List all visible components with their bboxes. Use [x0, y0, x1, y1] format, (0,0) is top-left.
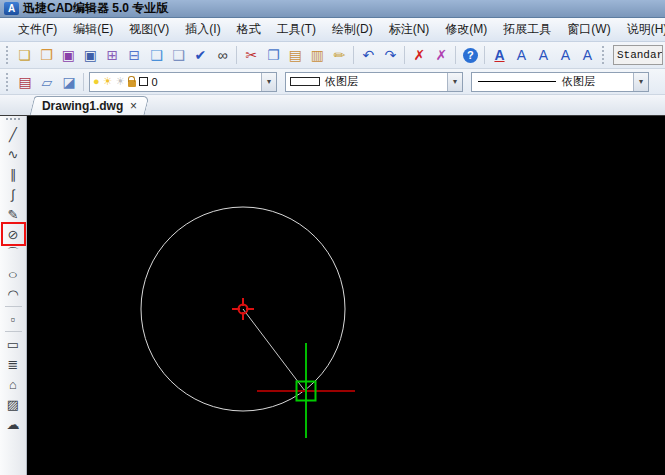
layer-move-button[interactable]: ▱ [36, 71, 58, 93]
point-icon: ▫ [11, 312, 16, 327]
menu-item-help[interactable]: 说明(H) [619, 18, 665, 41]
rectangle-tool[interactable]: ▭ [3, 334, 24, 354]
print-preview-button[interactable]: ❑ [145, 44, 167, 66]
polyline-tool[interactable]: ∿ [3, 144, 24, 164]
draw-toolbar-grip[interactable] [6, 118, 20, 121]
layer-on-icon[interactable]: ● [93, 76, 100, 87]
layer-properties-button[interactable]: ▤ [14, 71, 36, 93]
draw-toolbar-separator [5, 331, 22, 332]
multilines-tool[interactable]: ≣ [3, 354, 24, 374]
hatch-tool[interactable]: ▨ [3, 394, 24, 414]
window-title: 迅捷CAD编辑器 5.0 专业版 [23, 0, 168, 17]
toolbar-grip-2[interactable] [602, 46, 605, 64]
arc-tool[interactable]: ⌒ [3, 244, 24, 264]
linetype-combo-arrow-icon[interactable]: ▾ [633, 73, 648, 91]
title-bar[interactable]: A 迅捷CAD编辑器 5.0 专业版 [0, 0, 665, 18]
tab-close-icon[interactable]: × [130, 100, 137, 112]
circle-icon: ⊘ [8, 227, 19, 242]
toolbar-separator [484, 46, 485, 64]
open-file-button[interactable]: ❒ [35, 44, 57, 66]
new-file-icon: ❏ [18, 48, 31, 62]
publish-icon: ❑ [172, 48, 185, 62]
layer-browse-button[interactable]: ◪ [58, 71, 80, 93]
save-button[interactable]: ▣ [57, 44, 79, 66]
plot-setup-icon: ⊞ [107, 48, 119, 62]
menu-item-format[interactable]: 格式 [229, 18, 269, 41]
erase-selection-icon: ✗ [436, 48, 448, 62]
format-painter-icon: ✏ [334, 48, 346, 62]
menu-item-modify[interactable]: 修改(M) [437, 18, 495, 41]
undo-button[interactable]: ↶ [357, 44, 379, 66]
menu-item-express[interactable]: 拓展工具 [495, 18, 559, 41]
menu-item-file[interactable]: 文件(F) [10, 18, 65, 41]
find-text-button[interactable]: A [576, 44, 598, 66]
toolbar-separator [455, 46, 456, 64]
menu-item-edit[interactable]: 编辑(E) [65, 18, 121, 41]
region-tool[interactable]: ☁ [3, 414, 24, 434]
circle-tool[interactable]: ⊘ [3, 224, 24, 244]
multiline-text-button[interactable]: A [510, 44, 532, 66]
menu-item-insert[interactable]: 插入(I) [177, 18, 228, 41]
tab-drawing1[interactable]: Drawing1.dwg × [30, 96, 150, 115]
line-tool[interactable]: ╱ [3, 124, 24, 144]
multiline-tool[interactable]: ∥ [3, 164, 24, 184]
cut-button[interactable]: ✂ [240, 44, 262, 66]
arc-icon: ⌒ [7, 245, 20, 263]
color-combo[interactable]: 依图层 ▾ [285, 72, 463, 92]
new-file-button[interactable]: ❏ [13, 44, 35, 66]
text-style-button[interactable]: A [554, 44, 576, 66]
drawing-canvas[interactable] [27, 116, 665, 475]
layer-combo[interactable]: ● ☀ ☀ 0 ▾ [89, 72, 277, 92]
ellipse-arc-tool[interactable]: ◠ [3, 284, 24, 304]
menu-bar: 文件(F)编辑(E)视图(V)插入(I)格式工具(T)绘制(D)标注(N)修改(… [0, 18, 665, 42]
find-button[interactable]: ∞ [211, 44, 233, 66]
copy-button[interactable]: ❐ [262, 44, 284, 66]
polygon-tool[interactable]: ⌂ [3, 374, 24, 394]
sketch-tool[interactable]: ✎ [3, 204, 24, 224]
erase-button[interactable]: ✗ [408, 44, 430, 66]
open-file-icon: ❒ [40, 48, 53, 62]
edit-text-button[interactable]: A [532, 44, 554, 66]
toolbar-group: ↶↷ [357, 44, 401, 66]
print-button[interactable]: ⊟ [123, 44, 145, 66]
save-as-dwg-button[interactable]: ▣ [79, 44, 101, 66]
erase-selection-button[interactable]: ✗ [430, 44, 452, 66]
spline-tool[interactable]: ∫ [3, 184, 24, 204]
menu-item-dimension[interactable]: 标注(N) [381, 18, 438, 41]
toolbar-group: AAAAA [488, 44, 598, 66]
ellipse-tool[interactable]: ○ [3, 264, 24, 284]
single-line-text-button[interactable]: A [488, 44, 510, 66]
layer-lock-icon[interactable] [128, 80, 136, 87]
menu-item-window[interactable]: 窗口(W) [559, 18, 618, 41]
point-tool[interactable]: ▫ [3, 309, 24, 329]
toolbar-grip[interactable] [6, 46, 9, 64]
format-painter-button[interactable]: ✏ [328, 44, 350, 66]
linetype-combo[interactable]: 依图层 ▾ [471, 72, 649, 92]
sketch-icon: ✎ [8, 207, 19, 222]
single-line-text-icon: A [494, 48, 504, 62]
layer-freeze-icon[interactable]: ☀ [116, 76, 126, 87]
main-area: ╱∿∥∫✎⊘⌒○◠▫▭≣⌂▨☁ [0, 116, 665, 475]
publish-button[interactable]: ❑ [167, 44, 189, 66]
layer-combo-arrow-icon[interactable]: ▾ [261, 73, 276, 91]
save-icon: ▣ [62, 48, 75, 62]
print-icon: ⊟ [129, 48, 141, 62]
menu-item-draw[interactable]: 绘制(D) [324, 18, 381, 41]
paste-special-button[interactable]: ▥ [306, 44, 328, 66]
help-button[interactable]: ? [459, 44, 481, 66]
text-style-combo[interactable]: Standard [613, 45, 663, 65]
layer-toolbar-grip[interactable] [6, 73, 10, 91]
redo-icon: ↷ [385, 48, 397, 62]
color-combo-arrow-icon[interactable]: ▾ [447, 73, 462, 91]
layer-thaw-icon[interactable]: ☀ [103, 76, 113, 87]
paste-button[interactable]: ▤ [284, 44, 306, 66]
spell-check-button[interactable]: ✔ [189, 44, 211, 66]
color-combo-value: 依图层 [325, 74, 358, 89]
hatch-icon: ▨ [7, 397, 19, 412]
menu-item-tools[interactable]: 工具(T) [269, 18, 324, 41]
menu-item-view[interactable]: 视图(V) [121, 18, 177, 41]
toolbar-group: ❏❒▣▣⊞⊟❑❑✔∞ [13, 44, 233, 66]
redo-button[interactable]: ↷ [379, 44, 401, 66]
plot-setup-button[interactable]: ⊞ [101, 44, 123, 66]
app-logo-icon: A [4, 2, 19, 15]
